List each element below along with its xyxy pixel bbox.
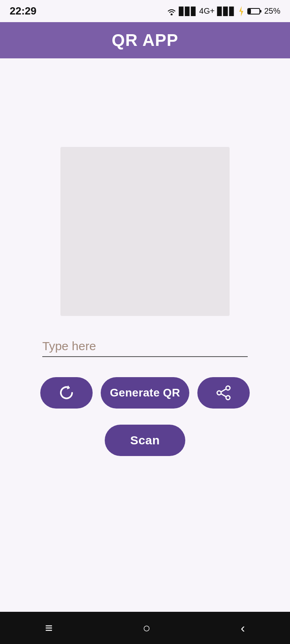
network-type: 4G+ [199,6,215,16]
share-button[interactable] [197,377,250,409]
menu-icon[interactable]: ≡ [45,621,53,636]
app-title: QR APP [112,31,178,50]
svg-point-5 [226,386,230,390]
text-input-container [42,336,248,357]
battery-icon [247,7,262,15]
status-time: 22:29 [10,5,37,17]
home-icon[interactable]: ○ [143,621,150,636]
signal-strength-2: ▊▊▊ [217,6,235,16]
svg-point-7 [217,391,221,395]
reset-button[interactable] [40,377,93,409]
battery-percent: 25% [264,6,280,16]
signal-strength: ▊▊▊ [179,6,197,16]
status-bar: 22:29 ▊▊▊ 4G+ ▊▊▊ 25% [0,0,290,22]
buttons-row: Generate QR [40,377,250,409]
generate-qr-label: Generate QR [110,386,180,399]
svg-rect-3 [260,10,261,12]
refresh-icon [58,385,75,401]
bottom-nav: ≡ ○ ‹ [0,612,290,644]
svg-rect-4 [248,9,251,14]
back-icon[interactable]: ‹ [240,621,245,636]
charging-icon [238,6,245,17]
scan-row: Scan [105,425,185,456]
status-icons: ▊▊▊ 4G+ ▊▊▊ 25% [167,6,280,17]
share-icon [216,385,231,400]
qr-display-area [60,147,230,316]
app-bar: QR APP [0,22,290,58]
generate-qr-button[interactable]: Generate QR [101,377,189,409]
svg-marker-1 [239,6,243,17]
scan-label: Scan [130,433,160,447]
wifi-icon [167,7,176,15]
svg-line-9 [221,394,226,397]
svg-point-0 [170,13,172,15]
svg-line-8 [221,389,226,392]
svg-point-6 [226,396,230,400]
main-content: Generate QR Scan [0,58,290,612]
scan-button[interactable]: Scan [105,425,185,456]
text-input[interactable] [42,336,248,357]
